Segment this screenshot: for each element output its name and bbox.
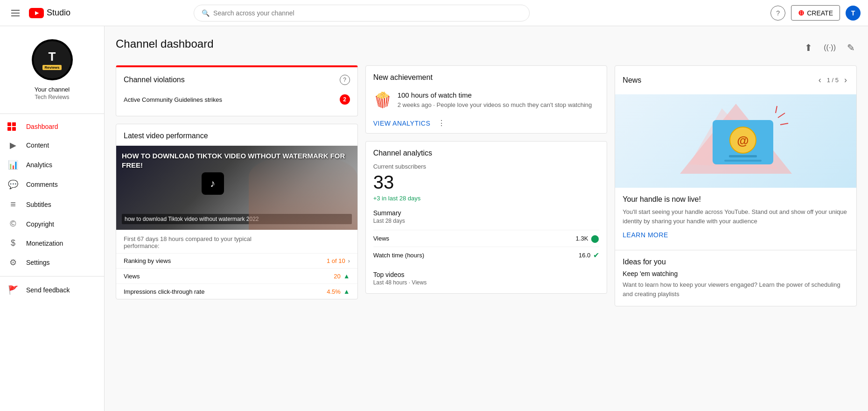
learn-more-button[interactable]: LEARN MORE [623,231,668,239]
sidebar-label-analytics: Analytics [26,161,52,169]
subs-change: +3 in last 28 days [373,195,600,202]
achievement-headline: 100 hours of watch time [398,91,592,99]
analytics-card-header: Channel analytics [366,142,607,163]
edit-button[interactable]: ✎ [845,40,857,55]
news-desc: You'll start seeing your handle across Y… [623,207,849,226]
avatar[interactable]: T [846,6,861,21]
sidebar-label-copyright: Copyright [26,220,54,228]
channel-avatar-inner: T Reviews [34,41,71,78]
views-up-icon: ▲ [343,272,350,280]
news-next-button[interactable]: › [842,73,849,87]
create-button[interactable]: ⊕ CREATE [791,5,840,21]
create-label: CREATE [807,9,833,17]
violations-header: Channel violations ? [116,67,357,91]
more-options-button[interactable]: ⋮ [438,119,445,128]
news-title: News [623,76,641,85]
ideas-section: Ideas for you Keep 'em watching Want to … [615,250,856,306]
ideas-subtitle: Keep 'em watching [623,270,849,277]
sidebar-item-subtitles[interactable]: ≡ Subtitles [0,194,104,214]
ranking-row: Ranking by views 1 of 10 › [116,253,357,268]
achievement-card: New achievement 🍿 100 hours of watch tim… [365,65,608,134]
header: Studio 🔍 ? ⊕ CREATE T [0,0,868,26]
svg-line-8 [780,123,788,125]
video-thumbnail[interactable]: HOW TO DOWNLOAD TIKTOK VIDEO WITHOUT WAT… [116,146,357,230]
tiktok-logo: ♪ [202,172,224,195]
news-image: @ [615,94,856,188]
channel-sub: Tech Reviews [7,94,97,100]
menu-button[interactable] [7,6,23,20]
main-content: Channel dashboard ⬆ ((·)) ✎ Channel viol… [105,26,868,411]
view-analytics-button[interactable]: VIEW ANALYTICS [373,120,431,127]
sidebar-item-analytics[interactable]: 📊 Analytics [0,155,104,175]
news-graphic-svg: @ [675,99,797,183]
achievement-title: New achievement [373,73,433,82]
views-analytics-row: Views 1.3K ⬤ [373,230,600,247]
top-videos-period: Last 48 hours · Views [373,279,600,286]
ctr-value: 4.5% ▲ [327,288,350,295]
svg-rect-5 [729,155,757,157]
logo[interactable]: Studio [29,8,70,18]
news-header: News ‹ 1 / 5 › [615,66,856,94]
watch-label: Watch time (hours) [373,252,424,259]
achievement-actions: VIEW ANALYTICS ⋮ [366,115,607,133]
sidebar-divider [0,113,104,114]
svg-line-7 [778,113,785,118]
dashboard-grid: Channel violations ? Active Community Gu… [116,65,857,306]
page-header-actions: ⬆ ((·)) ✎ [803,40,857,55]
views-analytics-label: Views [373,235,389,242]
sidebar-label-subtitles: Subtitles [26,201,51,208]
monetization-icon: $ [7,238,19,248]
news-headline: Your handle is now live! [623,195,849,204]
news-prev-button[interactable]: ‹ [817,73,823,87]
news-page: 1 / 5 [827,77,839,84]
sidebar-label-content: Content [26,142,49,149]
settings-icon: ⚙ [7,257,19,268]
violations-card: Channel violations ? Active Community Gu… [116,65,358,116]
page-title: Channel dashboard [116,37,214,50]
achievement-row: 🍿 100 hours of watch time 2 weeks ago · … [366,87,607,115]
sidebar-item-content[interactable]: ▶ Content [0,135,104,155]
channel-avatar[interactable]: T Reviews [32,39,73,80]
achievement-text: 100 hours of watch time 2 weeks ago · Pe… [398,91,592,109]
subs-count: 33 [373,172,600,193]
copyright-icon: © [7,219,19,229]
sidebar-label-dashboard: Dashboard [26,123,58,130]
news-body: Your handle is now live! You'll start se… [615,188,856,246]
violations-body: Active Community Guidelines strikes 2 [116,91,357,116]
achievement-header: New achievement [366,66,607,87]
search-icon: 🔍 [202,9,210,17]
avatar-letter: T [49,50,56,64]
video-card: Latest video performance HOW TO DOWNLOAD… [116,124,358,299]
upload-button[interactable]: ⬆ [803,40,814,55]
header-left: Studio [7,6,70,20]
comments-icon: 💬 [7,179,19,190]
sidebar-item-copyright[interactable]: © Copyright [0,214,104,234]
views-analytics-value: 1.3K ⬤ [576,234,600,243]
ranking-chevron: › [348,258,350,264]
views-value: 20 ▲ [334,272,350,280]
ideas-title: Ideas for you [623,258,849,266]
svg-text:@: @ [737,134,749,148]
person-silhouette [249,154,357,230]
sidebar-item-monetization[interactable]: $ Monetization [0,234,104,253]
go-live-button[interactable]: ((·)) [822,42,838,54]
sidebar-item-dashboard[interactable]: Dashboard [0,118,104,135]
ctr-up-icon: ▲ [343,288,350,295]
violations-help-icon[interactable]: ? [340,75,350,85]
news-card: News ‹ 1 / 5 › [615,65,857,306]
logo-text: Studio [47,8,70,18]
violations-row: Active Community Guidelines strikes 2 [124,91,350,108]
search-bar[interactable]: 🔍 [194,5,530,21]
summary-period: Last 28 days [373,218,600,224]
help-button[interactable]: ? [770,6,785,21]
sidebar-item-comments[interactable]: 💬 Comments [0,175,104,194]
sidebar-item-settings[interactable]: ⚙ Settings [0,253,104,272]
search-input[interactable] [213,9,522,17]
analytics-section: Current subscribers 33 +3 in last 28 day… [366,163,607,293]
views-row: Views 20 ▲ [116,268,357,283]
sidebar-item-send-feedback[interactable]: 🚩 Send feedback [0,280,104,300]
sidebar-label-send-feedback: Send feedback [26,286,70,294]
content-icon: ▶ [7,140,19,150]
analytics-card-title: Channel analytics [373,149,432,157]
ctr-label: Impressions click-through rate [124,288,204,295]
